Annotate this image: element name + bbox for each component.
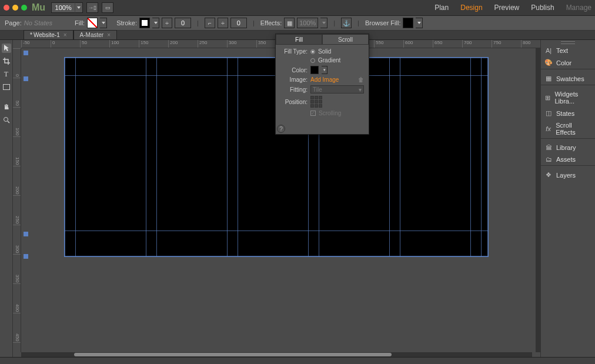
tab-label: A-Master: [80, 32, 104, 38]
screen-size-button[interactable]: ▭: [102, 2, 113, 13]
panel-scroll-effects[interactable]: fxScroll Effects: [541, 119, 595, 138]
nav-design[interactable]: Design: [460, 4, 482, 12]
minimize-window-icon[interactable]: [12, 5, 18, 11]
app-logo: Mu: [32, 2, 45, 13]
stroke-weight-stepper[interactable]: ÷: [162, 18, 172, 28]
zoom-dropdown[interactable]: [75, 2, 83, 13]
margin-handle-top[interactable]: [24, 51, 28, 55]
v-scrollbar[interactable]: [536, 48, 540, 352]
ruler-vertical[interactable]: 050100150200250300350400450500: [13, 48, 21, 352]
text-tool[interactable]: T: [2, 69, 11, 79]
crop-tool[interactable]: [2, 56, 11, 66]
chevron-down-icon: [417, 22, 421, 24]
main-nav: Plan Design Preview Publish Manage: [434, 4, 591, 12]
workspace: T -5005010015020025030035040045050055060…: [0, 40, 540, 357]
chevron-down-icon: [77, 6, 81, 9]
zoom-window-icon[interactable]: [21, 5, 27, 11]
margin-handle-bottom[interactable]: [24, 254, 28, 259]
fill-type-solid-radio[interactable]: [310, 49, 315, 54]
fill-dropdown[interactable]: [100, 18, 107, 28]
close-window-icon[interactable]: [4, 5, 9, 11]
close-tab-icon[interactable]: ×: [63, 32, 67, 38]
stroke-swatch[interactable]: [139, 18, 150, 28]
view-mode-button[interactable]: →▯: [86, 2, 98, 13]
panel-label: Assets: [556, 156, 576, 163]
browser-fill-swatch[interactable]: [403, 18, 413, 28]
zoom-tool[interactable]: [2, 115, 11, 125]
panel-label: Swatches: [556, 75, 584, 82]
browser-fill-tab-scroll[interactable]: Scroll: [322, 34, 369, 45]
fitting-dropdown: Tile▾: [310, 85, 364, 93]
panel-library[interactable]: 🏛Library: [541, 142, 595, 153]
panel-color[interactable]: 🎨Color: [541, 56, 595, 69]
fill-swatch[interactable]: [87, 18, 98, 28]
chevron-down-icon: [102, 22, 105, 24]
dirty-indicator: *: [30, 32, 32, 38]
svg-line-2: [8, 121, 9, 123]
fill-type-gradient-radio[interactable]: [310, 58, 315, 63]
nav-plan[interactable]: Plan: [434, 4, 449, 12]
tool-palette: T: [0, 40, 13, 357]
panel-widgets[interactable]: ⊞Widgets Libra...: [541, 88, 595, 107]
color-swatch[interactable]: [310, 66, 319, 74]
panel-label: Text: [556, 47, 568, 54]
header-guide-handle[interactable]: [24, 76, 28, 81]
panel-layers[interactable]: ❖Layers: [541, 169, 595, 181]
corner-radius-field[interactable]: 0: [230, 18, 247, 28]
effects-opacity-dropdown[interactable]: [320, 18, 327, 28]
nav-preview[interactable]: Preview: [494, 4, 520, 12]
panel-label: Scroll Effects: [556, 122, 591, 136]
stroke-weight-field[interactable]: 0: [175, 18, 191, 28]
footer-guide-handle[interactable]: [24, 232, 28, 236]
panel-swatches[interactable]: ▦Swatches: [541, 72, 595, 85]
right-panels: A|Text 🎨Color ▦Swatches ⊞Widgets Libra..…: [540, 40, 595, 357]
rectangle-tool[interactable]: [2, 82, 11, 92]
scrolling-checkbox: ✓: [310, 111, 316, 116]
help-icon[interactable]: ?: [277, 125, 285, 133]
h-scrollbar[interactable]: [21, 352, 532, 357]
delete-image-icon[interactable]: 🗑: [358, 76, 364, 83]
color-dropdown[interactable]: ▾: [322, 66, 327, 74]
page-state-dropdown[interactable]: No States: [24, 19, 52, 26]
browser-fill-dropdown[interactable]: [416, 18, 423, 28]
swatches-panel-icon: ▦: [544, 75, 553, 82]
text-panel-icon: A|: [544, 47, 553, 54]
browser-fill-tab-fill[interactable]: Fill: [276, 34, 322, 45]
app-titlebar: Mu 100% →▯ ▭ Plan Design Preview Publish…: [0, 0, 595, 16]
library-panel-icon: 🏛: [544, 144, 553, 151]
color-label: Color:: [280, 67, 307, 74]
browser-fill-label: Browser Fill:: [365, 19, 401, 26]
effects-label: Effects:: [260, 19, 282, 26]
corner-radius-stepper[interactable]: ÷: [218, 18, 228, 28]
zoom-field[interactable]: 100%: [51, 2, 75, 13]
anchor-button[interactable]: ⚓: [341, 18, 352, 28]
nav-publish[interactable]: Publish: [531, 4, 554, 12]
panel-assets[interactable]: 🗂Assets: [541, 153, 595, 165]
browser-fill-tabs: Fill Scroll: [276, 34, 369, 45]
effects-button[interactable]: ▦: [284, 18, 295, 28]
layers-panel-icon: ❖: [544, 171, 553, 179]
panel-label: Widgets Libra...: [554, 91, 591, 105]
add-image-link[interactable]: Add Image: [310, 76, 339, 83]
h-scrollbar-thumb[interactable]: [74, 353, 392, 356]
panel-states[interactable]: ◫States: [541, 107, 595, 119]
color-panel-icon: 🎨: [544, 59, 553, 66]
fill-type-gradient-label[interactable]: Gradient: [318, 57, 340, 64]
tab-a-master[interactable]: A-Master×: [73, 30, 117, 39]
fill-type-solid-label[interactable]: Solid: [318, 48, 331, 55]
effects-opacity-field[interactable]: 100%: [297, 18, 318, 28]
panel-text[interactable]: A|Text: [541, 45, 595, 56]
panel-grip[interactable]: [541, 40, 595, 45]
tab-website-1[interactable]: *Website-1×: [24, 30, 73, 39]
panel-label: Color: [556, 59, 571, 66]
stroke-dropdown[interactable]: [152, 18, 159, 28]
scrollfx-panel-icon: fx: [544, 125, 552, 132]
page-label: Page:: [5, 19, 22, 26]
hand-tool[interactable]: [2, 102, 11, 112]
assets-panel-icon: 🗂: [544, 156, 553, 163]
corner-options-button[interactable]: ⌐: [205, 18, 215, 28]
window-controls[interactable]: [4, 5, 27, 11]
selection-tool[interactable]: [2, 44, 11, 53]
close-tab-icon[interactable]: ×: [107, 32, 111, 38]
stroke-label: Stroke:: [116, 19, 137, 26]
